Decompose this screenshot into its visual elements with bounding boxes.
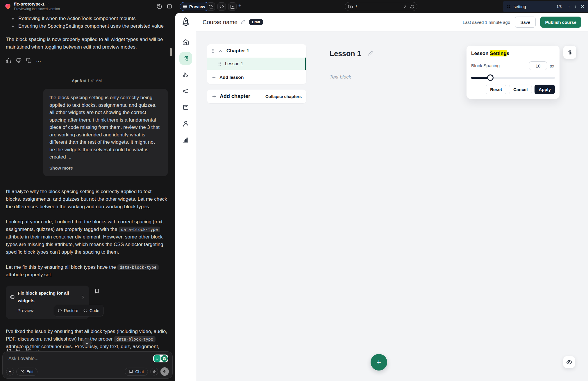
block-spacing-label: Block Spacing: [471, 63, 500, 68]
sidebar-item-profile[interactable]: [179, 117, 192, 130]
panel-layout-icon[interactable]: [167, 4, 172, 9]
assistant-paragraph: The block spacing is now properly applie…: [6, 36, 168, 51]
arrow-down-icon: [85, 341, 89, 345]
message-square-icon: [129, 369, 133, 374]
add-chapter-button[interactable]: Add chapter: [220, 93, 250, 99]
thumbs-down-icon[interactable]: [16, 58, 22, 65]
add-chapter-card: Add chapter Collapse chapters: [207, 90, 306, 103]
chat-scrollbar[interactable]: [170, 48, 172, 56]
chevron-down-icon: [46, 2, 50, 6]
cancel-button[interactable]: Cancel: [509, 85, 532, 94]
bar-chart-icon: [182, 136, 189, 143]
course-title: Course name: [203, 19, 237, 26]
add-block-fab[interactable]: +: [371, 354, 387, 371]
app-sidebar: [175, 13, 196, 381]
assistant-paragraph: Let me fix this by ensuring all block ty…: [6, 264, 168, 279]
course-header: Course name Draft Last saved 1 minute ag…: [196, 13, 588, 31]
chat-mode-button[interactable]: Chat: [125, 368, 148, 376]
send-button[interactable]: [160, 367, 169, 376]
restore-button[interactable]: Restore: [58, 307, 78, 314]
find-prev-icon[interactable]: ↑: [568, 4, 570, 9]
open-external-icon[interactable]: [403, 5, 407, 9]
chapter-title: Chapter 1: [226, 48, 249, 54]
preview-eye-button[interactable]: [563, 356, 575, 368]
circles-icon: [182, 71, 189, 78]
url-bar[interactable]: /: [345, 2, 417, 11]
reset-button[interactable]: Reset: [486, 85, 506, 94]
text-block-placeholder[interactable]: Text block: [330, 74, 351, 80]
chat-panel: Retrieving it when the ActionTools compo…: [0, 13, 175, 381]
top-bar: flc-prototype-1 Previewing last saved ve…: [0, 0, 588, 13]
project-name-menu[interactable]: flc-prototype-1: [14, 1, 60, 6]
url-path: /: [356, 4, 403, 9]
search-icon: [506, 4, 511, 9]
find-next-icon[interactable]: ↓: [574, 4, 577, 9]
refresh-icon[interactable]: [410, 5, 414, 9]
app-logo-rocket-icon[interactable]: [180, 17, 191, 28]
chat-input[interactable]: Ask Lovable... G + Edit Chat: [2, 351, 173, 379]
more-icon[interactable]: ⋯: [36, 347, 41, 351]
find-input[interactable]: [514, 4, 548, 9]
thumbs-up-icon[interactable]: [6, 347, 11, 351]
block-spacing-input[interactable]: [529, 61, 547, 70]
status-badge: Draft: [249, 19, 263, 25]
drag-handle-icon[interactable]: [218, 61, 221, 66]
lovable-logo-icon[interactable]: [4, 3, 12, 10]
code-icon: [83, 309, 87, 313]
thumbs-up-icon[interactable]: [6, 58, 11, 65]
shapes-icon: [182, 55, 189, 62]
chat-messages: Retrieving it when the ActionTools compo…: [0, 13, 175, 349]
bookmark-icon[interactable]: [94, 289, 100, 294]
drag-handle-icon[interactable]: [212, 49, 215, 53]
voice-input-button[interactable]: [150, 368, 158, 375]
more-icon[interactable]: ⋯: [36, 58, 41, 65]
block-spacing-slider[interactable]: [471, 74, 555, 81]
lesson-list-item[interactable]: Lesson 1: [207, 58, 306, 70]
cloud-button[interactable]: [207, 2, 215, 11]
code-button[interactable]: Code: [83, 307, 99, 314]
eye-icon: [566, 359, 572, 365]
preview-mode-button[interactable]: Preview: [180, 2, 210, 11]
line-chart-icon: [230, 4, 235, 9]
sidebar-item-inbox[interactable]: [179, 101, 192, 114]
show-more-link[interactable]: Show more: [49, 164, 162, 172]
sidebar-item-analytics[interactable]: [179, 133, 192, 146]
collapse-chapter-icon[interactable]: [218, 49, 223, 53]
thumbs-down-icon[interactable]: [16, 347, 22, 351]
message-actions-clipped: ⋯: [6, 347, 41, 351]
slider-thumb[interactable]: [487, 74, 494, 81]
app-preview: Course name Draft Last saved 1 minute ag…: [175, 13, 588, 381]
attach-plus-button[interactable]: +: [6, 368, 14, 375]
analytics-button[interactable]: [228, 2, 237, 11]
chevron-right-icon: [81, 295, 85, 299]
add-tab-button[interactable]: +: [238, 3, 242, 9]
history-icon[interactable]: [157, 4, 162, 9]
edit-mode-button[interactable]: Edit: [16, 368, 37, 376]
tool-card-wrap: Fix block spacing for all widgets Previe…: [6, 286, 105, 319]
save-button[interactable]: Save: [515, 17, 536, 28]
list-item: Ensuring the SpacingSettings component u…: [6, 22, 168, 30]
grammarly-widget[interactable]: G: [153, 355, 168, 362]
scroll-to-bottom-button[interactable]: [83, 338, 92, 347]
code-view-button[interactable]: [217, 2, 226, 11]
find-close-icon[interactable]: ✕: [581, 4, 585, 9]
copy-icon[interactable]: [26, 58, 31, 65]
publish-course-button[interactable]: Publish course: [540, 17, 581, 28]
apply-button[interactable]: Apply: [535, 85, 555, 94]
edit-course-name-icon[interactable]: [240, 20, 245, 25]
sidebar-item-community[interactable]: [179, 68, 192, 81]
edit-lesson-title-icon[interactable]: [368, 51, 373, 56]
sidebar-item-courses[interactable]: [179, 52, 192, 65]
toggle-settings-button[interactable]: [563, 46, 576, 59]
lesson-settings-panel: Lesson Settings Block Spacing px Reset C…: [467, 46, 560, 99]
sidebar-item-announcements[interactable]: [179, 85, 192, 97]
home-icon: [182, 39, 189, 46]
add-lesson-button[interactable]: Add lesson: [207, 70, 306, 84]
sliders-icon: [567, 49, 573, 55]
list-item: Retrieving it when the ActionTools compo…: [6, 15, 168, 22]
inbox-icon: [182, 104, 189, 111]
collapse-chapters-button[interactable]: Collapse chapters: [265, 94, 302, 99]
sidebar-item-home[interactable]: [179, 36, 192, 49]
user-message-text: the block spacing setting is only correc…: [49, 94, 162, 161]
copy-icon[interactable]: [26, 347, 31, 351]
